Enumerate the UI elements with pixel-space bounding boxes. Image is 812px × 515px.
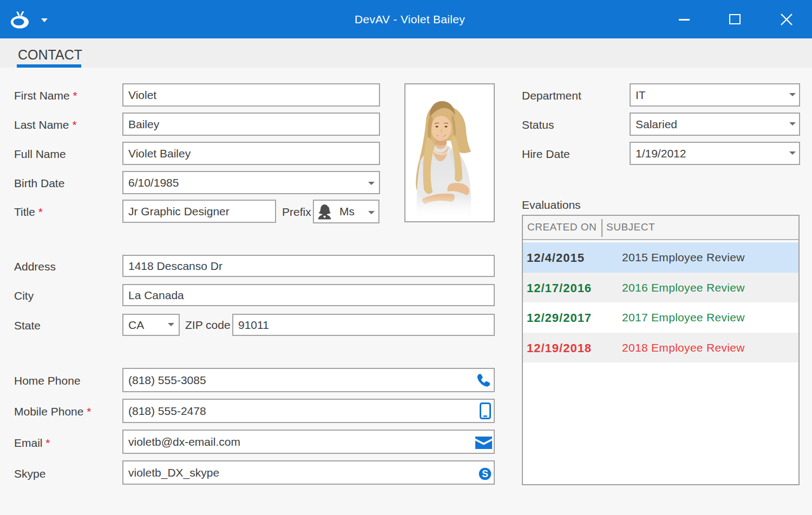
svg-text:S: S <box>482 468 488 479</box>
